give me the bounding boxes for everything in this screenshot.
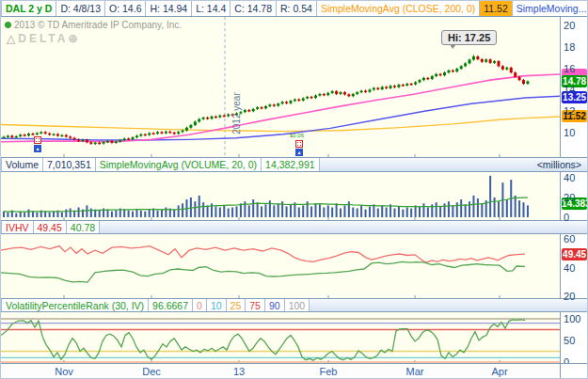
vpr-level-75: 75	[246, 299, 265, 311]
time-axis-month-label: 13	[223, 366, 255, 377]
axis-tick-label: 14	[564, 84, 575, 95]
vpr-level-10: 10	[207, 299, 227, 311]
header-spacer	[100, 221, 587, 233]
volume-pane: 14.383 40200	[1, 172, 587, 220]
vpr-level-100: 100	[285, 299, 310, 311]
thinkorswim-chart-window: DAL 2 y D D: 4/8/13 O: 14.6 H: 14.94 L: …	[0, 0, 588, 379]
volume-sma-label[interactable]: SimpleMovingAvg (VOLUME, 20, 0)	[96, 158, 262, 171]
time-axis[interactable]: NovDec13FebMarApr	[1, 363, 587, 379]
dividend-amount-label: $0.06	[290, 133, 304, 138]
volume-units-label: <millions>	[532, 158, 587, 171]
ivhv-pane: 49.45 604020	[1, 234, 587, 298]
price-chart-plot[interactable]: 2013 © TD Ameritrade IP Company, Inc. △D…	[1, 17, 560, 157]
axis-tick-label: 16	[564, 63, 575, 74]
time-axis-labels: NovDec13FebMarApr	[1, 364, 560, 379]
volume-axis[interactable]: 14.383 40200	[560, 172, 587, 220]
status-dot-icon	[5, 22, 11, 28]
axis-tick-label: 40	[564, 172, 575, 183]
vpr-value: 96.6667	[149, 299, 193, 311]
axis-tick-label: 20	[564, 291, 575, 302]
sma200-study-label[interactable]: SimpleMovingAvg (CLOSE, 200, 0)	[317, 1, 480, 16]
hv-value: 40.78	[67, 221, 100, 233]
volume-value: 7,010,351	[43, 158, 96, 171]
date-field: D: 4/8/13	[56, 1, 105, 16]
volume-chart-plot[interactable]	[1, 172, 560, 220]
axis-tick-label: 10	[564, 127, 575, 138]
ivhv-chart-plot[interactable]	[1, 234, 560, 298]
time-axis-month-label: Feb	[312, 366, 344, 377]
high-field: H: 14.94	[146, 1, 192, 16]
event-icon: ▴	[34, 145, 41, 152]
open-field: O: 14.6	[105, 1, 146, 16]
vpr-pane: 100500	[1, 312, 587, 363]
time-axis-month-label: Apr	[484, 366, 516, 377]
vpr-label[interactable]: VolatilityPercentileRank (30, IV)	[1, 299, 149, 311]
dividend-marker[interactable]: ▴	[34, 136, 41, 152]
axis-tick-label: 60	[564, 233, 575, 245]
copyright-watermark: 2013 © TD Ameritrade IP Company, Inc.	[5, 20, 182, 30]
close-field: C: 14.78	[230, 1, 277, 16]
year-divider-label: 2012 year	[231, 89, 242, 138]
time-axis-month-label: Dec	[135, 366, 167, 377]
dividend-icon	[34, 136, 41, 144]
axis-tick-label: 40	[564, 262, 575, 274]
price-axis[interactable]: 14.78 13.25 11.52 201816141210	[560, 17, 587, 157]
sma-study-truncated-label[interactable]: SimpleMoving...	[513, 1, 588, 16]
price-pane: 2013 © TD Ameritrade IP Company, Inc. △D…	[1, 17, 587, 157]
ivhv-axis[interactable]: 49.45 604020	[560, 234, 587, 298]
low-field: L: 14.4	[192, 1, 230, 16]
axis-tick-label: 100	[564, 313, 580, 324]
vpr-axis[interactable]: 100500	[560, 312, 587, 363]
range-field: R: 0.54	[277, 1, 317, 16]
ivhv-header: IVHV 49.45 40.78	[1, 220, 587, 234]
volume-label[interactable]: Volume	[1, 158, 43, 171]
axis-tick-label: 18	[564, 41, 575, 53]
time-axis-month-label: Mar	[399, 366, 431, 377]
axis-tick-label: 12	[564, 105, 575, 117]
volume-sma-value: 14,382,991	[262, 158, 320, 171]
event-icon: ▴	[295, 149, 303, 156]
dividend-icon	[295, 140, 303, 148]
dividend-marker[interactable]: $0.06 ▴	[295, 140, 303, 156]
volume-header: Volume 7,010,351 SimpleMovingAvg (VOLUME…	[1, 157, 587, 172]
ivhv-label[interactable]: IVHV	[1, 221, 34, 233]
axis-tick-label: 50	[564, 335, 575, 346]
axis-tick-label: 0	[564, 212, 569, 223]
vpr-chart-plot[interactable]	[1, 312, 560, 363]
sma200-value-badge: 11.52	[480, 1, 513, 16]
vpr-header: VolatilityPercentileRank (30, IV) 96.666…	[1, 298, 587, 312]
vpr-level-25: 25	[227, 299, 246, 311]
vpr-level-0: 0	[193, 299, 207, 311]
vpr-level-90: 90	[265, 299, 285, 311]
delta-brand-watermark: △DELTA⊕	[7, 32, 81, 45]
symbol-label[interactable]: DAL 2 y D	[1, 1, 56, 16]
time-axis-corner	[560, 364, 587, 379]
time-axis-month-label: Nov	[48, 366, 80, 377]
axis-tick-label: 20	[564, 192, 575, 203]
axis-tick-label: 20	[564, 20, 575, 31]
high-price-callout: Hi: 17.25	[441, 30, 497, 45]
header-spacer	[310, 299, 587, 311]
iv-axis-bubble: 49.45	[562, 248, 587, 261]
chart-header: DAL 2 y D D: 4/8/13 O: 14.6 H: 14.94 L: …	[1, 1, 587, 17]
header-spacer	[320, 158, 532, 171]
iv-value: 49.45	[34, 221, 67, 233]
